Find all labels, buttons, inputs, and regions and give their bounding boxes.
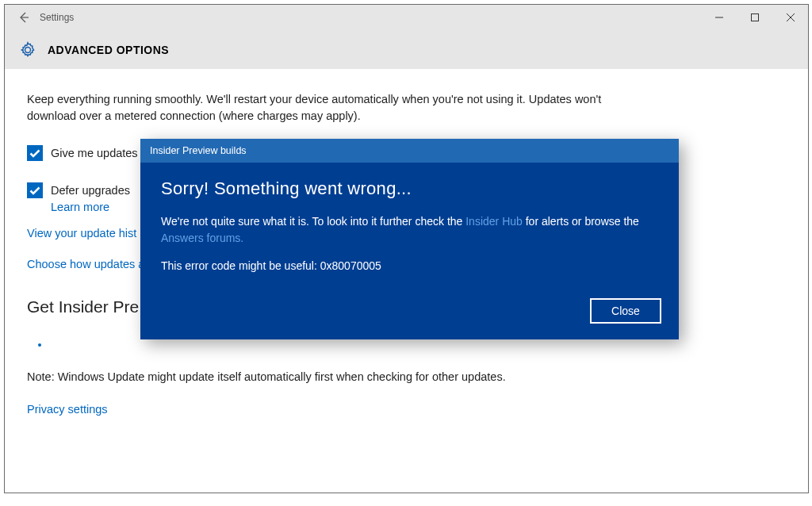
dialog-error-code: This error code might be useful: 0x80070… xyxy=(161,258,658,274)
app-title: Settings xyxy=(40,12,74,23)
minimize-button[interactable] xyxy=(701,5,737,30)
error-dialog: Insider Preview builds Sorry! Something … xyxy=(140,139,679,339)
intro-text: Keep everything running smoothly. We'll … xyxy=(27,91,630,125)
back-button[interactable] xyxy=(11,5,36,30)
dialog-text-mid: for alerts or browse the xyxy=(523,215,639,228)
minimize-icon xyxy=(715,13,723,21)
privacy-settings-link[interactable]: Privacy settings xyxy=(27,401,786,418)
checkbox-label-defer: Defer upgrades xyxy=(51,182,130,199)
close-icon xyxy=(787,13,795,21)
loading-spinner xyxy=(38,343,41,347)
answers-forums-link[interactable]: Answers forums. xyxy=(161,232,243,244)
gear-icon xyxy=(19,41,36,59)
titlebar: Settings xyxy=(5,5,808,30)
insider-hub-link[interactable]: Insider Hub xyxy=(465,215,523,228)
back-arrow-icon xyxy=(17,11,30,24)
dialog-message: We're not quite sure what it is. To look… xyxy=(161,213,658,247)
header-strip: ADVANCED OPTIONS xyxy=(5,30,808,69)
note-text: Note: Windows Update might update itself… xyxy=(27,369,786,385)
checkmark-icon xyxy=(29,149,40,158)
checkbox-label-updates: Give me updates f xyxy=(51,145,144,162)
window-controls xyxy=(701,5,808,30)
maximize-button[interactable] xyxy=(737,5,772,30)
page-title: ADVANCED OPTIONS xyxy=(48,44,169,56)
svg-rect-1 xyxy=(751,14,758,21)
dialog-button-row: Close xyxy=(590,298,661,324)
maximize-icon xyxy=(751,13,759,21)
checkbox-defer-upgrades[interactable] xyxy=(27,182,43,198)
checkmark-icon xyxy=(29,186,40,195)
checkbox-give-updates[interactable] xyxy=(27,145,43,161)
dialog-title: Insider Preview builds xyxy=(140,139,679,163)
close-dialog-button[interactable]: Close xyxy=(590,298,661,324)
close-button[interactable] xyxy=(772,5,808,30)
learn-more-link[interactable]: Learn more xyxy=(51,199,130,216)
dialog-heading: Sorry! Something went wrong... xyxy=(161,178,658,199)
dialog-body: Sorry! Something went wrong... We're not… xyxy=(140,163,679,274)
dialog-text-pre: We're not quite sure what it is. To look… xyxy=(161,215,465,228)
